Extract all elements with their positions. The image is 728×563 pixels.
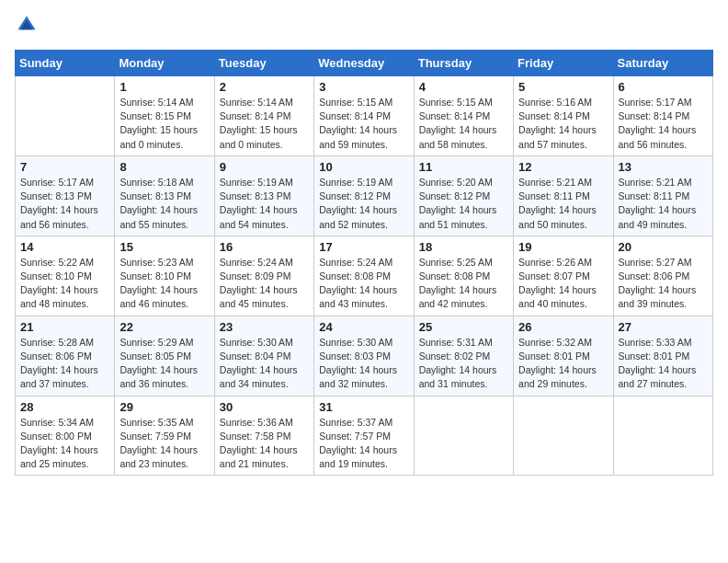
calendar-cell: 10Sunrise: 5:19 AM Sunset: 8:12 PM Dayli… <box>314 155 414 236</box>
header-wednesday: Wednesday <box>314 51 414 76</box>
day-info: Sunrise: 5:33 AM Sunset: 8:01 PM Dayligh… <box>619 336 708 392</box>
day-info: Sunrise: 5:24 AM Sunset: 8:08 PM Dayligh… <box>319 256 408 312</box>
header-tuesday: Tuesday <box>214 51 313 76</box>
day-number: 23 <box>220 320 309 334</box>
calendar-week-row: 21Sunrise: 5:28 AM Sunset: 8:06 PM Dayli… <box>16 316 713 396</box>
calendar-cell: 1Sunrise: 5:14 AM Sunset: 8:15 PM Daylig… <box>115 76 214 156</box>
day-number: 5 <box>518 80 608 94</box>
day-info: Sunrise: 5:15 AM Sunset: 8:14 PM Dayligh… <box>419 96 508 152</box>
calendar-cell <box>514 396 613 476</box>
day-number: 27 <box>619 320 708 334</box>
day-info: Sunrise: 5:37 AM Sunset: 7:57 PM Dayligh… <box>319 416 408 472</box>
calendar-cell: 25Sunrise: 5:31 AM Sunset: 8:02 PM Dayli… <box>414 316 513 396</box>
calendar-cell <box>414 396 513 476</box>
day-number: 22 <box>119 320 209 334</box>
calendar-cell: 6Sunrise: 5:17 AM Sunset: 8:14 PM Daylig… <box>613 76 712 156</box>
calendar-cell: 7Sunrise: 5:17 AM Sunset: 8:13 PM Daylig… <box>16 155 115 236</box>
logo-icon <box>17 15 37 35</box>
day-info: Sunrise: 5:24 AM Sunset: 8:09 PM Dayligh… <box>220 256 309 312</box>
calendar-cell: 20Sunrise: 5:27 AM Sunset: 8:06 PM Dayli… <box>613 236 712 316</box>
day-info: Sunrise: 5:30 AM Sunset: 8:03 PM Dayligh… <box>319 336 408 392</box>
day-number: 18 <box>419 240 508 254</box>
calendar-cell: 11Sunrise: 5:20 AM Sunset: 8:12 PM Dayli… <box>414 155 513 236</box>
day-number: 17 <box>319 240 408 254</box>
day-number: 19 <box>518 240 608 254</box>
calendar-cell: 13Sunrise: 5:21 AM Sunset: 8:11 PM Dayli… <box>613 155 712 236</box>
calendar-cell: 27Sunrise: 5:33 AM Sunset: 8:01 PM Dayli… <box>613 316 712 396</box>
calendar-cell: 21Sunrise: 5:28 AM Sunset: 8:06 PM Dayli… <box>16 316 115 396</box>
day-info: Sunrise: 5:30 AM Sunset: 8:04 PM Dayligh… <box>220 336 309 392</box>
calendar-table: SundayMondayTuesdayWednesdayThursdayFrid… <box>15 50 713 476</box>
logo <box>15 15 37 39</box>
day-info: Sunrise: 5:29 AM Sunset: 8:05 PM Dayligh… <box>119 336 209 392</box>
day-number: 29 <box>119 400 209 414</box>
calendar-week-row: 14Sunrise: 5:22 AM Sunset: 8:10 PM Dayli… <box>16 236 713 316</box>
day-info: Sunrise: 5:32 AM Sunset: 8:01 PM Dayligh… <box>518 336 608 392</box>
day-info: Sunrise: 5:36 AM Sunset: 7:58 PM Dayligh… <box>220 416 309 472</box>
calendar-cell: 18Sunrise: 5:25 AM Sunset: 8:08 PM Dayli… <box>414 236 513 316</box>
day-number: 31 <box>319 400 408 414</box>
calendar-header-row: SundayMondayTuesdayWednesdayThursdayFrid… <box>16 51 713 76</box>
header-sunday: Sunday <box>16 51 115 76</box>
day-info: Sunrise: 5:18 AM Sunset: 8:13 PM Dayligh… <box>119 176 209 232</box>
calendar-cell: 12Sunrise: 5:21 AM Sunset: 8:11 PM Dayli… <box>514 155 613 236</box>
day-info: Sunrise: 5:20 AM Sunset: 8:12 PM Dayligh… <box>419 176 508 232</box>
day-number: 3 <box>319 80 408 94</box>
page-header <box>15 15 713 39</box>
day-info: Sunrise: 5:21 AM Sunset: 8:11 PM Dayligh… <box>619 176 708 232</box>
calendar-cell: 5Sunrise: 5:16 AM Sunset: 8:14 PM Daylig… <box>514 76 613 156</box>
day-number: 28 <box>20 400 109 414</box>
day-number: 12 <box>518 160 608 174</box>
calendar-cell: 2Sunrise: 5:14 AM Sunset: 8:14 PM Daylig… <box>214 76 313 156</box>
day-number: 24 <box>319 320 408 334</box>
day-number: 14 <box>20 240 109 254</box>
day-info: Sunrise: 5:27 AM Sunset: 8:06 PM Dayligh… <box>619 256 708 312</box>
day-info: Sunrise: 5:35 AM Sunset: 7:59 PM Dayligh… <box>119 416 209 472</box>
day-number: 25 <box>419 320 508 334</box>
calendar-week-row: 7Sunrise: 5:17 AM Sunset: 8:13 PM Daylig… <box>16 155 713 236</box>
day-info: Sunrise: 5:22 AM Sunset: 8:10 PM Dayligh… <box>20 256 109 312</box>
calendar-cell <box>16 76 115 156</box>
day-number: 16 <box>220 240 309 254</box>
calendar-cell: 29Sunrise: 5:35 AM Sunset: 7:59 PM Dayli… <box>115 396 214 476</box>
day-info: Sunrise: 5:21 AM Sunset: 8:11 PM Dayligh… <box>518 176 608 232</box>
calendar-cell: 24Sunrise: 5:30 AM Sunset: 8:03 PM Dayli… <box>314 316 414 396</box>
day-number: 20 <box>619 240 708 254</box>
day-info: Sunrise: 5:15 AM Sunset: 8:14 PM Dayligh… <box>319 96 408 152</box>
day-number: 10 <box>319 160 408 174</box>
calendar-cell: 3Sunrise: 5:15 AM Sunset: 8:14 PM Daylig… <box>314 76 414 156</box>
header-monday: Monday <box>115 51 214 76</box>
day-number: 4 <box>419 80 508 94</box>
calendar-cell <box>613 396 712 476</box>
day-number: 15 <box>119 240 209 254</box>
day-info: Sunrise: 5:17 AM Sunset: 8:13 PM Dayligh… <box>20 176 109 232</box>
day-info: Sunrise: 5:28 AM Sunset: 8:06 PM Dayligh… <box>20 336 109 392</box>
calendar-cell: 31Sunrise: 5:37 AM Sunset: 7:57 PM Dayli… <box>314 396 414 476</box>
header-thursday: Thursday <box>414 51 513 76</box>
calendar-week-row: 28Sunrise: 5:34 AM Sunset: 8:00 PM Dayli… <box>16 396 713 476</box>
day-number: 21 <box>20 320 109 334</box>
calendar-cell: 30Sunrise: 5:36 AM Sunset: 7:58 PM Dayli… <box>214 396 313 476</box>
day-info: Sunrise: 5:34 AM Sunset: 8:00 PM Dayligh… <box>20 416 109 472</box>
calendar-cell: 19Sunrise: 5:26 AM Sunset: 8:07 PM Dayli… <box>514 236 613 316</box>
header-saturday: Saturday <box>613 51 712 76</box>
day-number: 1 <box>119 80 209 94</box>
calendar-cell: 16Sunrise: 5:24 AM Sunset: 8:09 PM Dayli… <box>214 236 313 316</box>
day-number: 8 <box>119 160 209 174</box>
day-info: Sunrise: 5:31 AM Sunset: 8:02 PM Dayligh… <box>419 336 508 392</box>
calendar-cell: 23Sunrise: 5:30 AM Sunset: 8:04 PM Dayli… <box>214 316 313 396</box>
calendar-cell: 4Sunrise: 5:15 AM Sunset: 8:14 PM Daylig… <box>414 76 513 156</box>
day-info: Sunrise: 5:16 AM Sunset: 8:14 PM Dayligh… <box>518 96 608 152</box>
calendar-week-row: 1Sunrise: 5:14 AM Sunset: 8:15 PM Daylig… <box>16 76 713 156</box>
day-info: Sunrise: 5:23 AM Sunset: 8:10 PM Dayligh… <box>119 256 209 312</box>
day-number: 2 <box>220 80 309 94</box>
day-info: Sunrise: 5:14 AM Sunset: 8:15 PM Dayligh… <box>119 96 209 152</box>
calendar-cell: 17Sunrise: 5:24 AM Sunset: 8:08 PM Dayli… <box>314 236 414 316</box>
calendar-cell: 28Sunrise: 5:34 AM Sunset: 8:00 PM Dayli… <box>16 396 115 476</box>
day-info: Sunrise: 5:17 AM Sunset: 8:14 PM Dayligh… <box>619 96 708 152</box>
day-info: Sunrise: 5:26 AM Sunset: 8:07 PM Dayligh… <box>518 256 608 312</box>
day-number: 11 <box>419 160 508 174</box>
calendar-cell: 22Sunrise: 5:29 AM Sunset: 8:05 PM Dayli… <box>115 316 214 396</box>
day-number: 26 <box>518 320 608 334</box>
day-number: 7 <box>20 160 109 174</box>
